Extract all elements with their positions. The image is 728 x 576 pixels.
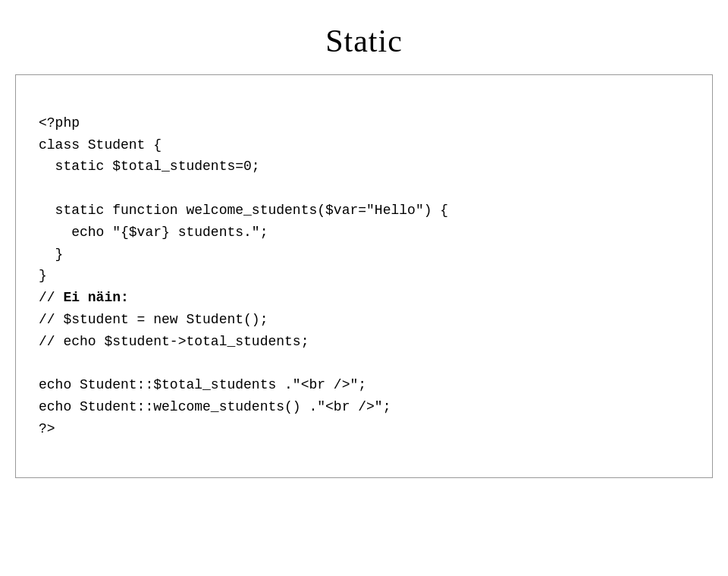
code-line-1: <?php (39, 115, 80, 131)
page-title: Static (325, 23, 403, 59)
code-line-7: } (39, 247, 63, 262)
code-line-11: // echo $student->total_students; (39, 334, 309, 349)
code-line-12 (39, 356, 47, 371)
code-line-6: echo "{$var} students."; (39, 225, 268, 240)
code-line-9: // Ei näin: (39, 290, 129, 305)
code-line-15: ?> (39, 421, 55, 436)
code-line-4 (39, 181, 47, 196)
code-line-5: static function welcome_students($var="H… (39, 203, 448, 218)
code-line-13: echo Student::$total_students ."<br />"; (39, 377, 366, 392)
code-line-3: static $total_students=0; (39, 159, 260, 174)
code-line-2: class Student { (39, 137, 162, 153)
code-line-14: echo Student::welcome_students() ."<br /… (39, 399, 391, 414)
code-block: <?php class Student { static $total_stud… (39, 90, 689, 462)
code-line-10: // $student = new Student(); (39, 312, 268, 327)
code-line-8: } (39, 268, 47, 283)
code-container: <?php class Student { static $total_stud… (15, 74, 713, 478)
